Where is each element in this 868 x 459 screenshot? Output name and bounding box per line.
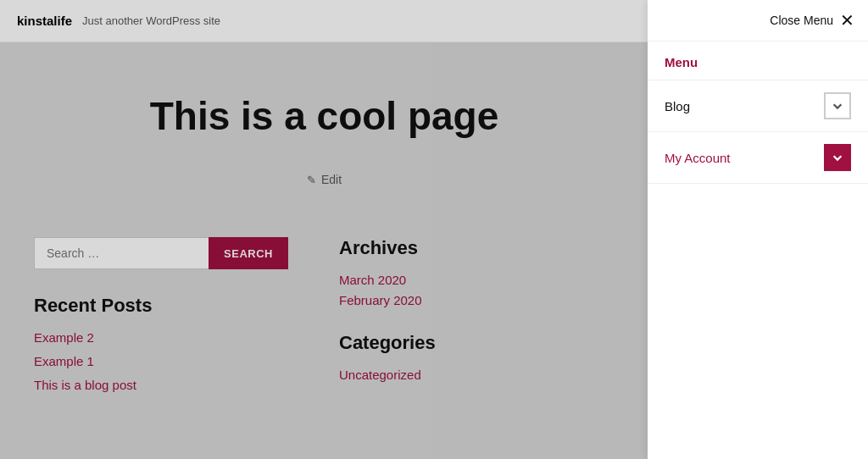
side-menu-item-myaccount[interactable]: My Account	[648, 132, 868, 184]
close-menu-button[interactable]: ✕	[840, 12, 854, 29]
menu-section-title: Menu	[648, 41, 868, 80]
chevron-down-icon	[832, 100, 843, 112]
blog-chevron[interactable]	[824, 92, 851, 119]
chevron-down-icon	[832, 152, 843, 163]
close-menu-label: Close Menu	[770, 14, 833, 27]
side-menu-item-label: My Account	[665, 151, 731, 165]
side-menu-item-label: Blog	[665, 99, 690, 113]
side-menu-header: Close Menu ✕	[648, 0, 868, 41]
myaccount-chevron[interactable]	[824, 144, 851, 171]
side-menu-item-blog[interactable]: Blog	[648, 80, 868, 132]
side-menu-nav: Menu Blog My Account	[648, 41, 868, 184]
menu-overlay[interactable]	[0, 0, 648, 459]
side-menu: Close Menu ✕ Menu Blog My Account	[648, 0, 868, 459]
